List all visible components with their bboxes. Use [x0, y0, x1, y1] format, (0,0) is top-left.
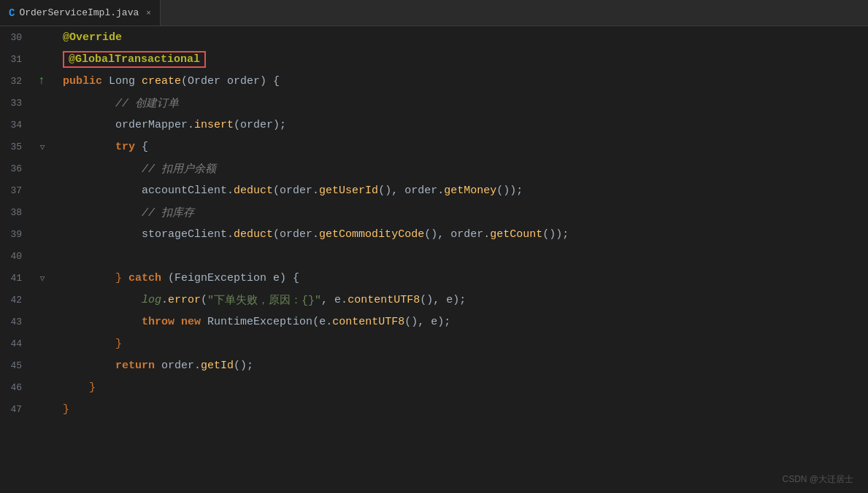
- close-brace-47: }: [63, 403, 69, 416]
- gutter-row-31: 31: [0, 48, 57, 70]
- method-error: error: [168, 294, 201, 306]
- gutter-row-45: 45: [0, 354, 57, 376]
- method-insert: insert: [194, 119, 234, 131]
- line-number-46: 46: [0, 382, 28, 393]
- gutter-row-36: 36: [0, 158, 57, 179]
- breakpoint-indicator: ↑: [38, 74, 45, 88]
- code-line-41: } catch (FeignException e) {: [57, 267, 868, 289]
- gutter-row-39: 39: [0, 223, 57, 245]
- line-number-43: 43: [0, 317, 28, 327]
- method-get-count: getCount: [490, 228, 542, 241]
- method-content-utf8-1: contentUTF8: [347, 294, 420, 306]
- comment-deduct-stock: // 扣库存: [142, 206, 194, 220]
- code-line-31: @GlobalTransactional: [57, 48, 868, 70]
- code-line-39: storageClient.deduct(order.getCommodityC…: [57, 223, 868, 245]
- line-number-45: 45: [0, 360, 28, 371]
- line-number-30: 30: [0, 32, 28, 43]
- line-number-39: 39: [0, 229, 28, 240]
- line-number-33: 33: [0, 98, 28, 109]
- file-tab[interactable]: C OrderServiceImpl.java ×: [0, 0, 161, 26]
- tab-close-button[interactable]: ×: [146, 9, 151, 18]
- method-create: create: [142, 75, 181, 88]
- gutter-row-40: 40: [0, 245, 57, 267]
- gutter-row-38: 38: [0, 201, 57, 223]
- line-number-47: 47: [0, 404, 28, 415]
- kw-catch: catch: [128, 272, 161, 284]
- tab-filename: OrderServiceImpl.java: [19, 7, 139, 18]
- gutter-row-44: 44: [0, 333, 57, 354]
- line-number-32: 32: [0, 76, 28, 87]
- gutter-row-42: 42: [0, 289, 57, 311]
- gutter-row-32: 32 ↑: [0, 70, 57, 92]
- method-get-user-id: getUserId: [319, 185, 378, 197]
- code-content: @Override @GlobalTransactional public Lo…: [57, 26, 868, 493]
- line-number-44: 44: [0, 338, 28, 349]
- method-content-utf8-2: contentUTF8: [332, 316, 404, 328]
- var-storage-client: storageClient: [142, 228, 227, 241]
- gutter-row-33: 33: [0, 92, 57, 114]
- code-line-37: accountClient.deduct(order.getUserId(), …: [57, 179, 868, 201]
- kw-throw: throw: [142, 316, 174, 328]
- watermark: CSDN @大迁居士: [782, 473, 853, 486]
- tab-bar: C OrderServiceImpl.java ×: [0, 0, 868, 26]
- line-gutter: 30 31 32 ↑ 33 34 35 ▽: [0, 26, 57, 493]
- method-get-money: getMoney: [444, 185, 496, 197]
- code-line-40: [57, 245, 868, 267]
- gutter-row-41: 41 ▽: [0, 267, 57, 289]
- line-number-37: 37: [0, 185, 28, 196]
- method-get-id: getId: [201, 360, 234, 372]
- gutter-row-43: 43: [0, 311, 57, 333]
- code-line-43: throw new RuntimeException(e.contentUTF8…: [57, 311, 868, 333]
- java-icon: C: [9, 7, 15, 19]
- line-number-31: 31: [0, 54, 28, 65]
- code-line-44: }: [57, 333, 868, 354]
- code-line-33: // 创建订单: [57, 92, 868, 114]
- kw-new: new: [181, 316, 201, 328]
- code-line-38: // 扣库存: [57, 201, 868, 223]
- kw-return: return: [115, 360, 155, 372]
- line-number-36: 36: [0, 163, 28, 174]
- gutter-icon-35: ▽: [28, 142, 57, 152]
- comment-create-order: // 创建订单: [115, 96, 179, 110]
- gutter-icon-32: ↑: [28, 74, 57, 88]
- gutter-row-46: 46: [0, 376, 57, 398]
- code-line-42: log.error("下单失败，原因：{}", e.contentUTF8(),…: [57, 289, 868, 311]
- code-line-46: }: [57, 376, 868, 398]
- code-line-47: }: [57, 398, 868, 420]
- code-line-36: // 扣用户余额: [57, 158, 868, 179]
- kw-try: try: [115, 141, 135, 153]
- string-error-msg: "下单失败，原因：{}": [207, 293, 321, 307]
- gutter-row-47: 47: [0, 398, 57, 420]
- code-line-32: public Long create(Order order) {: [57, 70, 868, 92]
- code-line-35: try {: [57, 136, 868, 158]
- gutter-icon-41: ▽: [28, 273, 57, 283]
- line-number-35: 35: [0, 141, 28, 152]
- comment-deduct-balance: // 扣用户余额: [142, 162, 216, 176]
- var-log: log: [142, 294, 161, 306]
- code-line-30: @Override: [57, 26, 868, 48]
- annotation-override: @Override: [63, 31, 122, 44]
- type-runtime-exception: RuntimeException: [207, 316, 312, 328]
- gutter-row-37: 37: [0, 179, 57, 201]
- gutter-row-30: 30: [0, 26, 57, 48]
- gutter-row-35: 35 ▽: [0, 136, 57, 158]
- type-feign-exception: FeignException: [174, 272, 266, 284]
- method-get-commodity: getCommodityCode: [319, 228, 424, 241]
- code-line-34: orderMapper.insert(order);: [57, 114, 868, 136]
- line-number-34: 34: [0, 120, 28, 131]
- method-deduct-storage: deduct: [234, 228, 273, 241]
- line-number-42: 42: [0, 295, 28, 306]
- line-number-40: 40: [0, 251, 28, 262]
- method-deduct-account: deduct: [234, 185, 273, 197]
- type-long: Long: [109, 75, 135, 88]
- close-brace-41: }: [115, 272, 122, 284]
- code-editor: 30 31 32 ↑ 33 34 35 ▽: [0, 26, 868, 493]
- line-number-38: 38: [0, 207, 28, 218]
- fold-arrow-41[interactable]: ▽: [40, 273, 45, 283]
- fold-arrow-35[interactable]: ▽: [40, 142, 45, 152]
- line-number-41: 41: [0, 273, 28, 284]
- close-brace-44: }: [115, 338, 122, 350]
- annotation-global-transactional: @GlobalTransactional: [63, 51, 206, 68]
- kw-public: public: [63, 75, 102, 88]
- type-order: Order: [188, 75, 220, 88]
